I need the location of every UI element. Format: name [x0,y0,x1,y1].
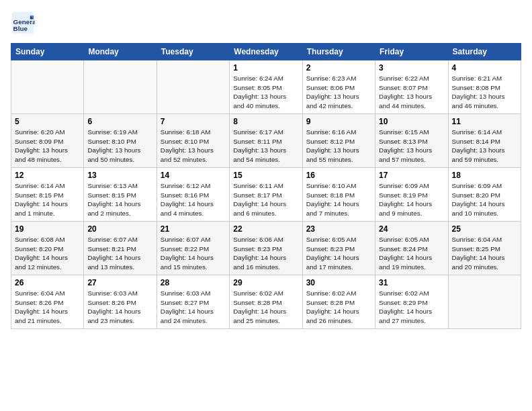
day-info: Sunrise: 6:22 AM Sunset: 8:07 PM Dayligh… [379,74,444,111]
calendar-cell: 26Sunrise: 6:04 AM Sunset: 8:26 PM Dayli… [11,275,84,329]
calendar-cell: 24Sunrise: 6:05 AM Sunset: 8:24 PM Dayli… [375,222,448,275]
day-info: Sunrise: 6:06 AM Sunset: 8:23 PM Dayligh… [233,235,298,272]
calendar-week-row: 5Sunrise: 6:20 AM Sunset: 8:09 PM Daylig… [11,114,521,168]
calendar-cell: 1Sunrise: 6:24 AM Sunset: 8:05 PM Daylig… [230,60,302,114]
day-number: 29 [233,278,298,287]
day-number: 18 [452,171,517,180]
day-number: 17 [379,171,444,180]
calendar-cell: 27Sunrise: 6:03 AM Sunset: 8:26 PM Dayli… [84,275,157,329]
day-number: 6 [87,117,152,126]
day-number: 8 [233,117,298,126]
day-info: Sunrise: 6:18 AM Sunset: 8:10 PM Dayligh… [161,128,226,165]
day-info: Sunrise: 6:09 AM Sunset: 8:19 PM Dayligh… [379,181,444,218]
calendar-cell [157,60,229,114]
calendar-cell: 9Sunrise: 6:16 AM Sunset: 8:12 PM Daylig… [302,114,375,168]
day-info: Sunrise: 6:24 AM Sunset: 8:05 PM Dayligh… [233,74,298,111]
day-info: Sunrise: 6:07 AM Sunset: 8:22 PM Dayligh… [161,235,226,272]
calendar-cell: 3Sunrise: 6:22 AM Sunset: 8:07 PM Daylig… [375,60,448,114]
day-info: Sunrise: 6:05 AM Sunset: 8:24 PM Dayligh… [379,235,444,272]
day-number: 7 [161,117,226,126]
calendar-week-row: 26Sunrise: 6:04 AM Sunset: 8:26 PM Dayli… [11,275,521,329]
weekday-header-sunday: Sunday [11,44,84,60]
logo-icon: General Blue [11,11,35,35]
calendar-cell: 17Sunrise: 6:09 AM Sunset: 8:19 PM Dayli… [375,168,448,222]
day-number: 26 [15,278,80,287]
calendar-table: SundayMondayTuesdayWednesdayThursdayFrid… [11,43,521,329]
day-number: 12 [15,171,80,180]
day-info: Sunrise: 6:04 AM Sunset: 8:25 PM Dayligh… [452,235,517,272]
day-number: 21 [161,224,226,234]
calendar-cell: 22Sunrise: 6:06 AM Sunset: 8:23 PM Dayli… [230,222,302,275]
calendar-cell: 19Sunrise: 6:08 AM Sunset: 8:20 PM Dayli… [11,222,84,275]
weekday-header-monday: Monday [84,44,157,60]
day-number: 27 [87,278,152,287]
day-info: Sunrise: 6:12 AM Sunset: 8:16 PM Dayligh… [161,181,226,218]
day-number: 4 [452,63,517,73]
calendar-header: SundayMondayTuesdayWednesdayThursdayFrid… [11,44,521,60]
weekday-header-thursday: Thursday [302,44,375,60]
day-info: Sunrise: 6:20 AM Sunset: 8:09 PM Dayligh… [15,128,80,165]
day-info: Sunrise: 6:10 AM Sunset: 8:18 PM Dayligh… [306,181,371,218]
calendar-cell: 13Sunrise: 6:13 AM Sunset: 8:15 PM Dayli… [84,168,157,222]
day-info: Sunrise: 6:23 AM Sunset: 8:06 PM Dayligh… [306,74,371,111]
calendar-cell: 28Sunrise: 6:03 AM Sunset: 8:27 PM Dayli… [157,275,229,329]
day-number: 15 [233,171,298,180]
weekday-header-tuesday: Tuesday [157,44,229,60]
day-number: 19 [15,224,80,234]
day-number: 16 [306,171,371,180]
calendar-cell: 29Sunrise: 6:02 AM Sunset: 8:28 PM Dayli… [230,275,302,329]
weekday-header-row: SundayMondayTuesdayWednesdayThursdayFrid… [11,44,521,60]
calendar-cell: 4Sunrise: 6:21 AM Sunset: 8:08 PM Daylig… [448,60,521,114]
calendar-cell: 2Sunrise: 6:23 AM Sunset: 8:06 PM Daylig… [302,60,375,114]
weekday-header-wednesday: Wednesday [230,44,302,60]
day-number: 2 [306,63,371,73]
day-info: Sunrise: 6:02 AM Sunset: 8:28 PM Dayligh… [233,289,298,326]
svg-text:Blue: Blue [13,25,28,32]
day-info: Sunrise: 6:07 AM Sunset: 8:21 PM Dayligh… [87,235,152,272]
day-info: Sunrise: 6:15 AM Sunset: 8:13 PM Dayligh… [379,128,444,165]
day-info: Sunrise: 6:19 AM Sunset: 8:10 PM Dayligh… [87,128,152,165]
calendar-week-row: 19Sunrise: 6:08 AM Sunset: 8:20 PM Dayli… [11,222,521,275]
day-number: 1 [233,63,298,73]
calendar-cell [448,275,521,329]
calendar-cell [84,60,157,114]
calendar-cell: 12Sunrise: 6:14 AM Sunset: 8:15 PM Dayli… [11,168,84,222]
day-number: 14 [161,171,226,180]
calendar-cell: 25Sunrise: 6:04 AM Sunset: 8:25 PM Dayli… [448,222,521,275]
day-number: 23 [306,224,371,234]
day-info: Sunrise: 6:11 AM Sunset: 8:17 PM Dayligh… [233,181,298,218]
calendar-cell: 8Sunrise: 6:17 AM Sunset: 8:11 PM Daylig… [230,114,302,168]
calendar-week-row: 12Sunrise: 6:14 AM Sunset: 8:15 PM Dayli… [11,168,521,222]
day-info: Sunrise: 6:21 AM Sunset: 8:08 PM Dayligh… [452,74,517,111]
calendar-cell: 11Sunrise: 6:14 AM Sunset: 8:14 PM Dayli… [448,114,521,168]
calendar-body: 1Sunrise: 6:24 AM Sunset: 8:05 PM Daylig… [11,60,521,329]
day-info: Sunrise: 6:16 AM Sunset: 8:12 PM Dayligh… [306,128,371,165]
calendar-cell: 6Sunrise: 6:19 AM Sunset: 8:10 PM Daylig… [84,114,157,168]
day-info: Sunrise: 6:09 AM Sunset: 8:20 PM Dayligh… [452,181,517,218]
calendar-cell: 20Sunrise: 6:07 AM Sunset: 8:21 PM Dayli… [84,222,157,275]
calendar-cell: 23Sunrise: 6:05 AM Sunset: 8:23 PM Dayli… [302,222,375,275]
day-number: 24 [379,224,444,234]
day-number: 9 [306,117,371,126]
day-number: 30 [306,278,371,287]
day-info: Sunrise: 6:03 AM Sunset: 8:26 PM Dayligh… [87,289,152,326]
day-number: 20 [87,224,152,234]
day-number: 11 [452,117,517,126]
calendar-cell: 15Sunrise: 6:11 AM Sunset: 8:17 PM Dayli… [230,168,302,222]
day-number: 10 [379,117,444,126]
calendar-cell: 5Sunrise: 6:20 AM Sunset: 8:09 PM Daylig… [11,114,84,168]
calendar-cell: 30Sunrise: 6:02 AM Sunset: 8:28 PM Dayli… [302,275,375,329]
calendar-cell [11,60,84,114]
calendar-cell: 10Sunrise: 6:15 AM Sunset: 8:13 PM Dayli… [375,114,448,168]
day-number: 5 [15,117,80,126]
page-header: General Blue [11,11,521,35]
day-info: Sunrise: 6:03 AM Sunset: 8:27 PM Dayligh… [161,289,226,326]
day-info: Sunrise: 6:04 AM Sunset: 8:26 PM Dayligh… [15,289,80,326]
calendar-cell: 16Sunrise: 6:10 AM Sunset: 8:18 PM Dayli… [302,168,375,222]
day-info: Sunrise: 6:02 AM Sunset: 8:29 PM Dayligh… [379,289,444,326]
calendar-cell: 14Sunrise: 6:12 AM Sunset: 8:16 PM Dayli… [157,168,229,222]
day-info: Sunrise: 6:05 AM Sunset: 8:23 PM Dayligh… [306,235,371,272]
logo: General Blue [11,11,39,35]
day-info: Sunrise: 6:02 AM Sunset: 8:28 PM Dayligh… [306,289,371,326]
calendar-cell: 18Sunrise: 6:09 AM Sunset: 8:20 PM Dayli… [448,168,521,222]
